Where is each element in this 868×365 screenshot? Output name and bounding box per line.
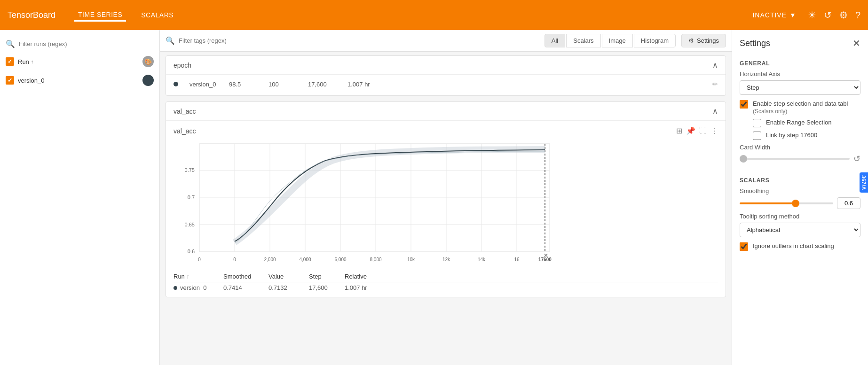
- valacc-section-title: val_acc: [174, 108, 196, 115]
- col-header-relative: Relative: [345, 273, 382, 280]
- epoch-v4: 1.007 hr: [347, 81, 376, 88]
- ignore-outliers-checkbox[interactable]: [740, 242, 748, 251]
- svg-text:10k: 10k: [407, 257, 415, 262]
- version-badge: 367/A: [860, 172, 868, 193]
- content-scroll: epoch ∧ version_0 98.5 100 17,600 1.007 …: [160, 52, 732, 365]
- svg-text:17600: 17600: [538, 257, 552, 262]
- runs-search-icon: 🔍: [6, 39, 15, 48]
- svg-text:0.7: 0.7: [188, 194, 195, 200]
- chart-pin-icon[interactable]: 📌: [686, 126, 695, 135]
- svg-text:2,000: 2,000: [264, 257, 276, 262]
- epoch-v2: 100: [268, 81, 297, 88]
- card-width-reset-icon[interactable]: ↺: [853, 154, 860, 164]
- settings-general-title: GENERAL: [740, 60, 860, 67]
- settings-panel: Settings ✕ GENERAL Horizontal Axis Step …: [732, 30, 868, 365]
- smoothing-value-input[interactable]: [837, 197, 860, 209]
- step-selection-label: Enable step selection and data tabl: [753, 100, 848, 108]
- run-label-run: Run ↑: [18, 58, 139, 65]
- row-dot: [174, 286, 177, 290]
- settings-scalars-title: SCALARS: [740, 177, 860, 184]
- link-step-row: Link by step 17600: [753, 131, 860, 140]
- run-checkbox-run[interactable]: [6, 57, 14, 66]
- epoch-section-title: epoch: [174, 62, 191, 69]
- range-selection-checkbox[interactable]: [753, 119, 761, 127]
- run-item-version0[interactable]: version_0: [0, 71, 159, 90]
- range-selection-row: Enable Range Selection: [753, 118, 860, 127]
- settings-button[interactable]: ⚙ Settings: [681, 34, 726, 47]
- settings-scalars-section: SCALARS Smoothing Tooltip sorting method…: [740, 173, 860, 255]
- row-step: 17,600: [309, 284, 337, 291]
- runs-search-bar: 🔍: [0, 36, 159, 52]
- tab-histogram[interactable]: Histogram: [634, 34, 676, 47]
- chart-container: val_acc ⊞ 📌 ⛶ ⋮: [166, 121, 726, 297]
- main-layout: 🔍 Run ↑ 🎨 version_0 🔍: [0, 30, 868, 365]
- card-width-slider[interactable]: [740, 158, 850, 160]
- step-selection-row: Enable step selection and data tabl (Sca…: [740, 100, 860, 115]
- runs-search-input[interactable]: [19, 40, 154, 47]
- card-width-thumb: [740, 155, 747, 163]
- epoch-v1: 98.5: [229, 81, 257, 88]
- settings-close-button[interactable]: ✕: [852, 38, 860, 49]
- tab-image[interactable]: Image: [602, 34, 633, 47]
- svg-text:14k: 14k: [478, 257, 486, 262]
- row-value: 0.7132: [268, 284, 301, 291]
- chart-more-icon[interactable]: ⋮: [710, 126, 718, 135]
- nav-scalars[interactable]: SCALARS: [137, 9, 177, 21]
- run-checkbox-version0[interactable]: [6, 76, 14, 85]
- link-step-label: Link by step 17600: [766, 131, 817, 140]
- smoothing-label: Smoothing: [740, 187, 860, 194]
- chart-svg-wrapper: ✕ 0.75 0.7 0.65 0.6 0 0 2,000 4,000 6,00…: [166, 139, 726, 267]
- smoothing-thumb: [792, 200, 799, 207]
- tab-all[interactable]: All: [544, 34, 565, 47]
- horizontal-axis-select[interactable]: Step Relative Wall: [740, 80, 860, 95]
- svg-text:16: 16: [514, 257, 520, 262]
- range-selection-label: Enable Range Selection: [766, 118, 832, 127]
- valacc-section: val_acc ∧ val_acc ⊞ 📌 ⛶ ⋮: [166, 101, 726, 297]
- link-step-checkbox[interactable]: [753, 132, 761, 140]
- run-palette-icon[interactable]: 🎨: [142, 56, 154, 67]
- chart-fit-icon[interactable]: ⊞: [676, 126, 682, 135]
- nav-time-series[interactable]: TIME SERIES: [74, 9, 126, 22]
- epoch-collapse-btn[interactable]: ∧: [712, 61, 718, 70]
- help-icon[interactable]: ?: [855, 10, 860, 21]
- svg-text:8,000: 8,000: [370, 257, 381, 262]
- sidebar: 🔍 Run ↑ 🎨 version_0: [0, 30, 160, 365]
- horizontal-axis-label: Horizontal Axis: [740, 70, 860, 78]
- card-width-label: Card Width: [740, 144, 860, 151]
- epoch-run: version_0: [189, 81, 218, 88]
- tooltip-sort-select[interactable]: Alphabetical Ascending Descending Defaul…: [740, 223, 860, 237]
- status-arrow[interactable]: ▼: [789, 11, 797, 19]
- smoothing-row: [740, 197, 860, 209]
- chart-expand-icon[interactable]: ⛶: [699, 126, 707, 135]
- card-width-row: ↺: [740, 154, 860, 164]
- tag-search-input[interactable]: [179, 37, 539, 44]
- theme-icon[interactable]: ☀: [808, 9, 816, 21]
- ignore-outliers-label: Ignore outliers in chart scaling: [753, 242, 834, 250]
- settings-panel-title: Settings: [740, 39, 770, 48]
- tab-scalars[interactable]: Scalars: [566, 34, 600, 47]
- svg-text:0.75: 0.75: [185, 167, 195, 173]
- epoch-v3: 17,600: [308, 81, 336, 88]
- tag-search-icon: 🔍: [166, 36, 175, 45]
- refresh-icon[interactable]: ↺: [824, 9, 832, 21]
- step-selection-checkbox[interactable]: [740, 100, 748, 109]
- smoothing-slider[interactable]: [740, 202, 833, 204]
- svg-text:4,000: 4,000: [299, 257, 311, 262]
- svg-text:6,000: 6,000: [334, 257, 346, 262]
- epoch-row: version_0 98.5 100 17,600 1.007 hr ✏: [174, 78, 718, 90]
- ignore-outliers-row: Ignore outliers in chart scaling: [740, 242, 860, 251]
- step-selection-sublabel: (Scalars only): [753, 108, 848, 115]
- run-sort-arrow: ↑: [31, 59, 34, 64]
- epoch-table: version_0 98.5 100 17,600 1.007 hr ✏: [166, 75, 726, 95]
- row-smoothed: 0.7414: [223, 284, 261, 291]
- svg-text:0.6: 0.6: [188, 249, 195, 254]
- run-item-run[interactable]: Run ↑ 🎨: [0, 52, 159, 71]
- run-color-dot-version0[interactable]: [142, 75, 154, 86]
- epoch-edit-icon[interactable]: ✏: [712, 80, 718, 88]
- settings-general-section: GENERAL Horizontal Axis Step Relative Wa…: [740, 56, 860, 168]
- valacc-collapse-btn[interactable]: ∧: [712, 107, 718, 116]
- chart-table-row: version_0 0.7414 0.7132 17,600 1.007 hr: [174, 282, 718, 293]
- col-header-run: Run ↑: [174, 273, 216, 280]
- svg-text:0: 0: [233, 257, 236, 262]
- settings-icon[interactable]: ⚙: [839, 9, 848, 21]
